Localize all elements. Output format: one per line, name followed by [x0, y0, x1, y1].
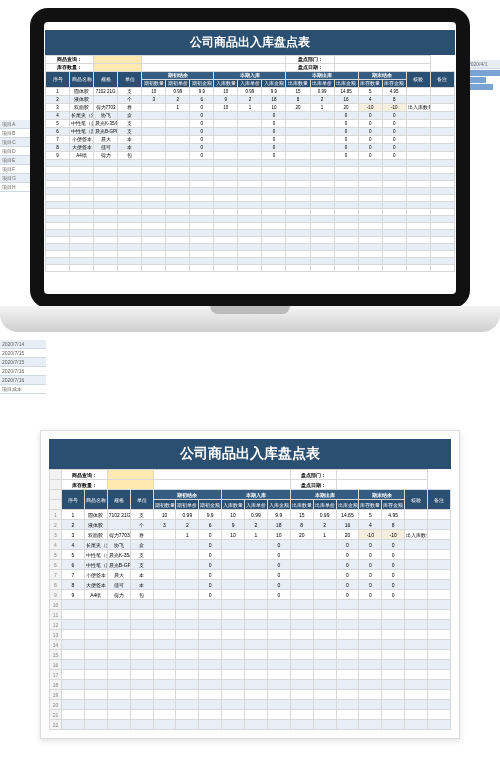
table-row[interactable]: 6中性笔（黑）晨光B-GP009支00000 [46, 128, 455, 136]
cell-unit: 本 [130, 580, 153, 590]
table-row-empty[interactable] [46, 209, 455, 216]
cell-remark [430, 136, 454, 144]
table-row-empty[interactable] [46, 265, 455, 272]
col-end-amt: 库存金额 [382, 80, 406, 88]
cell-oq [286, 136, 310, 144]
cell-unit: 支 [130, 560, 153, 570]
meta-dept-value[interactable] [336, 470, 428, 480]
table-row-empty[interactable] [46, 181, 455, 188]
meta-search-value[interactable] [94, 56, 142, 64]
col-out-price: 出库单价 [313, 500, 336, 510]
cell-ea: 0 [382, 128, 406, 136]
cell-eq: 0 [359, 590, 382, 600]
cell-iq [222, 550, 245, 560]
row-number: 18 [50, 680, 62, 690]
cell-ia: 0 [267, 590, 290, 600]
table-row-empty[interactable]: 20 [50, 700, 451, 710]
cell-remark [430, 120, 454, 128]
table-row-empty[interactable] [46, 188, 455, 195]
cell-check [405, 590, 428, 600]
table-row-empty[interactable] [46, 202, 455, 209]
table-row-empty[interactable]: 19 [50, 690, 451, 700]
table-row[interactable]: 99A4纸得力包00000 [50, 590, 451, 600]
table-row-empty[interactable] [46, 230, 455, 237]
table-row[interactable]: 22液体胶个3269218821648 [50, 520, 451, 530]
cell-bp: 2 [166, 96, 190, 104]
cell-ea: 0 [382, 136, 406, 144]
table-row-empty[interactable] [46, 223, 455, 230]
meta-row: 库存数量：盘点日期： [46, 64, 455, 72]
cell-check [406, 112, 430, 120]
table-row[interactable]: 55中性笔（蓝）晨光K-35/0#74支00000 [50, 550, 451, 560]
meta-row: 商品查询：盘点部门： [46, 56, 455, 64]
table-row-empty[interactable] [46, 237, 455, 244]
cell-remark [428, 580, 451, 590]
col-in-qty: 入库数量 [222, 500, 245, 510]
table-row-empty[interactable] [46, 195, 455, 202]
table-row[interactable]: 7小便签本晨大本00000 [46, 136, 455, 144]
table-row[interactable]: 33双面胶得力7703卷101011020120-10-10出入库数量不匹配，请… [50, 530, 451, 540]
cell-oq [290, 590, 313, 600]
table-row-empty[interactable]: 10 [50, 600, 451, 610]
table-row-empty[interactable]: 14 [50, 640, 451, 650]
table-row-empty[interactable] [46, 160, 455, 167]
table-row[interactable]: 1固体胶7102 21G支100.999.9100.999.9150.9914.… [46, 88, 455, 96]
table-row[interactable]: 44长尾夹（混装）协飞盒00000 [50, 540, 451, 550]
cell-oq [286, 152, 310, 160]
cell-bp [166, 128, 190, 136]
table-row[interactable]: 8大便签本佳可本00000 [46, 144, 455, 152]
table-row-empty[interactable]: 13 [50, 630, 451, 640]
cell-op [310, 120, 334, 128]
table-row-empty[interactable]: 11 [50, 610, 451, 620]
meta-search-value[interactable] [107, 470, 153, 480]
cell-eq: 0 [359, 560, 382, 570]
table-row-empty[interactable] [46, 251, 455, 258]
table-row-empty[interactable] [46, 216, 455, 223]
cell-eq: 4 [359, 520, 382, 530]
table-row-empty[interactable] [46, 174, 455, 181]
cell-oq [286, 128, 310, 136]
cell-ba: 0 [199, 530, 222, 540]
table-row[interactable]: 5中性笔（蓝）晨光K-35/0#74支00000 [46, 120, 455, 128]
cell-op: 0.99 [310, 88, 334, 96]
table-row[interactable]: 77小便签本晨大本00000 [50, 570, 451, 580]
table-row[interactable]: 2液体胶个3269218821648 [46, 96, 455, 104]
cell-name: 固体胶 [70, 88, 94, 96]
col-in-amt: 入库金额 [267, 500, 290, 510]
table-row[interactable]: 66中性笔（黑）晨光B-GP009支00000 [50, 560, 451, 570]
table-row-empty[interactable] [46, 244, 455, 251]
cell-ea: 0 [382, 570, 405, 580]
table-row-empty[interactable]: 17 [50, 670, 451, 680]
cell-iq [214, 136, 238, 144]
table-row-empty[interactable]: 22 [50, 720, 451, 730]
cell-name: 大便签本 [70, 144, 94, 152]
table-row-empty[interactable] [46, 167, 455, 174]
table-row[interactable]: 3双面胶得力7703卷101011020120-10-10出入库数量不匹配，请检… [46, 104, 455, 112]
cell-eq: 0 [359, 580, 382, 590]
cell-ia: 0 [262, 144, 286, 152]
meta-date-value[interactable] [334, 64, 430, 72]
table-row[interactable]: 4长尾夹（混装）协飞盒00000 [46, 112, 455, 120]
cell-oq: 20 [290, 530, 313, 540]
table-row-empty[interactable]: 21 [50, 710, 451, 720]
cell-seq: 1 [62, 510, 85, 520]
table-row-empty[interactable]: 16 [50, 660, 451, 670]
cell-ip [245, 580, 268, 590]
cell-ba: 0 [190, 128, 214, 136]
cell-ea: 0 [382, 112, 406, 120]
col-in: 本期入库 [222, 490, 291, 500]
table-row-empty[interactable]: 18 [50, 680, 451, 690]
table-row-empty[interactable] [46, 258, 455, 265]
cell-ia: 0 [262, 120, 286, 128]
cell-name: 中性笔（蓝） [84, 550, 107, 560]
meta-dept-value[interactable] [334, 56, 430, 64]
cell-ia: 0 [262, 112, 286, 120]
table-row[interactable]: 11固体胶7102 21G支100.999.9100.999.9150.9914… [50, 510, 451, 520]
table-row-empty[interactable]: 12 [50, 620, 451, 630]
table-row-empty[interactable]: 15 [50, 650, 451, 660]
table-row[interactable]: 88大便签本佳可本00000 [50, 580, 451, 590]
meta-date-value[interactable] [336, 480, 428, 490]
meta-stock-value[interactable] [94, 64, 142, 72]
meta-stock-value[interactable] [107, 480, 153, 490]
table-row[interactable]: 9A4纸得力包00000 [46, 152, 455, 160]
